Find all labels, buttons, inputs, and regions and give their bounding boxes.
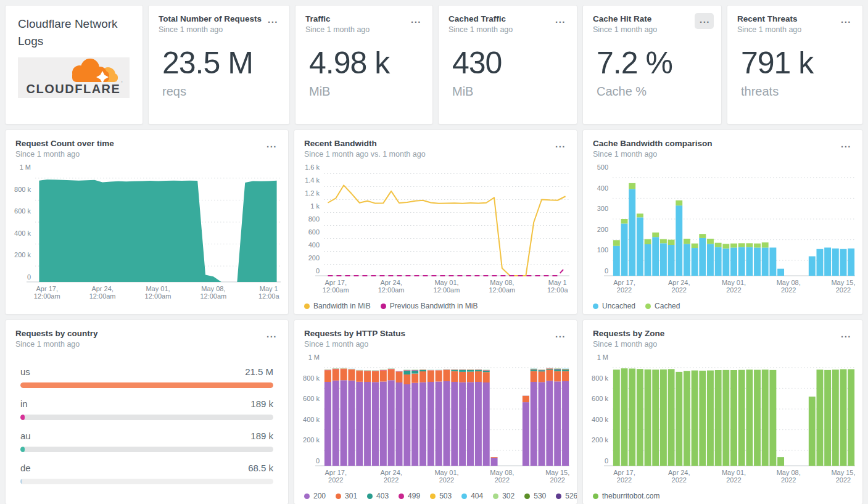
legend-item[interactable]: Cached (645, 302, 680, 310)
stat-unit: threats (741, 85, 856, 99)
recent-bandwidth-chart[interactable]: 02004006008001 k1.2 k1.4 k1.6 kApr 17,12… (294, 160, 577, 298)
legend-label: Cached (655, 302, 680, 310)
stat-value: 7.2 % (597, 45, 715, 81)
stat-unit: reqs (162, 85, 283, 99)
panel-subtitle: Since 1 month ago (15, 149, 278, 160)
svg-text:200: 200 (597, 226, 608, 233)
country-value: 189 k (250, 431, 273, 441)
svg-text:May 08,12:00am: May 08,12:00am (200, 285, 226, 300)
stat-unit: MiB (309, 85, 426, 99)
request-count-chart[interactable]: 0200 k400 k600 k800 k1 MApr 17,12:00amAp… (6, 160, 288, 304)
svg-text:Apr 24,2022: Apr 24,2022 (380, 469, 402, 484)
svg-text:200 k: 200 k (303, 436, 320, 444)
panel-cached-traffic: ... Cached Traffic Since 1 month ago 430… (438, 5, 577, 125)
legend-item[interactable]: 200 (304, 492, 326, 500)
panel-requests-by-country: ... Requests by country Since 1 month ag… (5, 320, 289, 504)
legend-dot-icon (430, 494, 436, 499)
svg-text:0: 0 (605, 457, 608, 465)
country-label: in (20, 399, 28, 409)
cache-bandwidth-chart[interactable]: 0100200300400500Apr 17,2022Apr 24,2022Ma… (583, 160, 862, 298)
svg-text:Apr 17,2022: Apr 17,2022 (613, 469, 635, 484)
svg-text:May 08,2022: May 08,2022 (777, 469, 801, 484)
panel-total-requests: ... Total Number of Requests Since 1 mon… (148, 5, 290, 125)
panel-title: Total Number of Requests (159, 14, 279, 24)
panel-menu-button[interactable]: ... (836, 13, 855, 29)
stat-value: 430 (452, 45, 571, 81)
legend-item[interactable]: 526 (556, 492, 577, 500)
country-label: us (20, 366, 30, 377)
svg-text:400 k: 400 k (592, 416, 608, 423)
logo-wordmark: CLOUDFLARE (27, 82, 121, 96)
panel-menu-button[interactable]: ... (406, 13, 425, 29)
panel-menu-button[interactable]: ... (836, 328, 855, 344)
panel-menu-button[interactable]: ... (550, 138, 569, 154)
legend-dot-icon (381, 304, 386, 309)
svg-text:800 k: 800 k (592, 374, 608, 382)
svg-text:0: 0 (605, 267, 608, 275)
panel-request-count: ... Request Count over time Since 1 mont… (5, 130, 289, 315)
svg-text:May 112:00a: May 112:00a (258, 285, 280, 300)
panel-title: Cached Traffic (448, 14, 567, 24)
legend-item[interactable]: 403 (367, 492, 389, 500)
zone-chart[interactable]: 0200 k400 k600 k800 k1 MApr 17,2022Apr 2… (583, 350, 862, 488)
country-value: 68.5 k (248, 463, 273, 473)
legend-item[interactable]: 404 (461, 492, 483, 500)
svg-text:0: 0 (27, 273, 31, 281)
legend-label: 503 (439, 492, 452, 500)
legend-dot-icon (524, 494, 530, 499)
panel-menu-button[interactable]: ... (262, 328, 281, 344)
svg-text:Apr 17,2022: Apr 17,2022 (325, 469, 347, 484)
legend-item[interactable]: 530 (524, 492, 546, 500)
legend-item[interactable]: 302 (493, 492, 515, 500)
svg-text:300: 300 (597, 205, 608, 212)
svg-text:1 k: 1 k (310, 202, 320, 210)
chart-legend: 200301403499503404302530526524 (294, 488, 577, 504)
chart-legend: Bandwidth in MiBPrevious Bandwidth in Mi… (294, 298, 577, 314)
panel-subtitle: Since 1 month ago (593, 149, 853, 160)
legend-dot-icon (556, 494, 561, 499)
legend-dot-icon (336, 494, 341, 499)
svg-text:1.4 k: 1.4 k (305, 176, 320, 184)
stat-value: 791 k (741, 45, 856, 81)
legend-label: Previous Bandwidth in MiB (390, 302, 478, 310)
svg-text:May 15,2022: May 15,2022 (545, 469, 569, 484)
chart-legend: UncachedCached (583, 298, 862, 314)
svg-text:': ' (122, 81, 122, 85)
svg-text:Apr 24,12:00am: Apr 24,12:00am (378, 279, 405, 294)
panel-subtitle: Since 1 month ago vs. 1 month ago (304, 149, 567, 160)
charts-row-1: ... Request Count over time Since 1 mont… (5, 130, 863, 315)
legend-dot-icon (645, 304, 651, 309)
svg-text:May 15,2022: May 15,2022 (831, 279, 855, 294)
legend-item[interactable]: Previous Bandwidth in MiB (381, 302, 478, 310)
svg-text:200 k: 200 k (14, 251, 31, 258)
svg-text:May 08,2022: May 08,2022 (490, 469, 514, 484)
panel-menu-button[interactable]: ... (263, 13, 282, 29)
legend-label: 499 (408, 492, 420, 500)
country-row: in189 k (20, 399, 273, 420)
panel-title: Recent Bandwidth (304, 138, 567, 149)
country-bar-fill (20, 447, 25, 452)
panel-menu-button[interactable]: ... (836, 138, 855, 154)
legend-item[interactable]: 301 (336, 492, 357, 500)
chart-legend: theburritobot.com (583, 488, 862, 504)
charts-row-2: ... Requests by country Since 1 month ag… (5, 320, 863, 504)
legend-item[interactable]: Uncached (593, 302, 635, 310)
legend-label: Uncached (602, 302, 635, 310)
panel-traffic: ... Traffic Since 1 month ago 4.98 k MiB (295, 5, 433, 125)
legend-item[interactable]: 503 (430, 492, 452, 500)
country-row: us21.5 M (20, 366, 273, 388)
panel-cache-hit-rate: ... Cache Hit Rate Since 1 month ago 7.2… (582, 5, 722, 125)
panel-menu-button[interactable]: ... (695, 13, 714, 29)
http-status-chart[interactable]: 0200 k400 k600 k800 k1 MApr 17,2022Apr 2… (294, 350, 577, 488)
svg-text:1.6 k: 1.6 k (305, 163, 320, 171)
panel-title: Cache Hit Rate (593, 14, 711, 24)
svg-text:Apr 24,2022: Apr 24,2022 (668, 469, 690, 484)
legend-item[interactable]: theburritobot.com (593, 492, 659, 500)
panel-menu-button[interactable]: ... (550, 328, 569, 344)
legend-dot-icon (304, 304, 310, 309)
legend-item[interactable]: 499 (399, 492, 420, 500)
legend-item[interactable]: Bandwidth in MiB (304, 302, 371, 310)
panel-menu-button[interactable]: ... (550, 13, 569, 29)
panel-menu-button[interactable]: ... (262, 138, 281, 154)
legend-dot-icon (399, 494, 404, 499)
